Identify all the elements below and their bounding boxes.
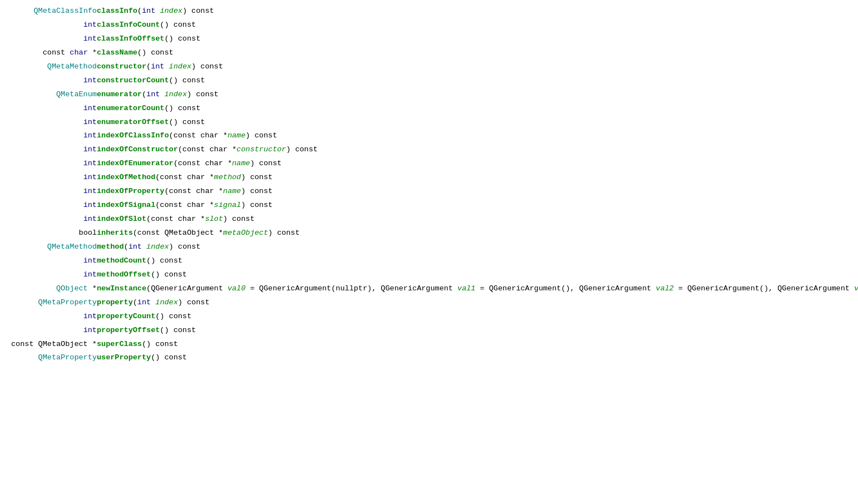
return-type: int: [11, 102, 97, 116]
table-row: intindexOfSignal(const char *signal) con…: [11, 199, 848, 213]
return-type: QMetaClassInfo: [11, 4, 97, 18]
table-row: const QMetaObject *superClass() const: [11, 338, 848, 352]
api-reference-table: QMetaClassInfoclassInfo(int index) const…: [11, 4, 848, 365]
method-signature: indexOfConstructor(const char *construct…: [97, 143, 848, 157]
method-signature: methodOffset() const: [97, 268, 848, 282]
return-type: QMetaProperty: [11, 351, 97, 365]
return-type: QMetaProperty: [11, 296, 97, 310]
table-row: intclassInfoCount() const: [11, 18, 848, 32]
return-type: int: [11, 143, 97, 157]
return-type: bool: [11, 226, 97, 240]
return-type: int: [11, 268, 97, 282]
method-signature: methodCount() const: [97, 254, 848, 268]
method-signature: indexOfSignal(const char *signal) const: [97, 199, 848, 213]
return-type: QObject *: [11, 282, 97, 296]
method-signature: property(int index) const: [97, 296, 848, 310]
table-row: intmethodOffset() const: [11, 268, 848, 282]
method-signature: enumeratorOffset() const: [97, 116, 848, 130]
method-signature: enumerator(int index) const: [97, 88, 848, 102]
return-type: int: [11, 32, 97, 46]
table-row: intpropertyOffset() const: [11, 324, 848, 338]
method-signature: className() const: [97, 46, 848, 60]
return-type: QMetaMethod: [11, 60, 97, 74]
table-row: intenumeratorOffset() const: [11, 116, 848, 130]
method-signature: constructorCount() const: [97, 74, 848, 88]
method-signature: newInstance(QGenericArgument val0 = QGen…: [97, 282, 848, 296]
return-type: int: [11, 157, 97, 171]
return-type: QMetaEnum: [11, 88, 97, 102]
table-row: intindexOfConstructor(const char *constr…: [11, 143, 848, 157]
method-signature: userProperty() const: [97, 351, 848, 365]
method-signature: propertyOffset() const: [97, 324, 848, 338]
method-signature: constructor(int index) const: [97, 60, 848, 74]
table-row: intindexOfEnumerator(const char *name) c…: [11, 157, 848, 171]
return-type: int: [11, 129, 97, 143]
method-signature: indexOfSlot(const char *slot) const: [97, 213, 848, 226]
method-signature: classInfoCount() const: [97, 18, 848, 32]
return-type: int: [11, 74, 97, 88]
table-row: boolinherits(const QMetaObject *metaObje…: [11, 226, 848, 240]
return-type: int: [11, 185, 97, 199]
return-type: int: [11, 171, 97, 185]
method-signature: enumeratorCount() const: [97, 102, 848, 116]
method-signature: propertyCount() const: [97, 310, 848, 324]
return-type: int: [11, 254, 97, 268]
table-row: intindexOfProperty(const char *name) con…: [11, 185, 848, 199]
table-row: intindexOfClassInfo(const char *name) co…: [11, 129, 848, 143]
method-signature: inherits(const QMetaObject *metaObject) …: [97, 226, 848, 240]
method-signature: superClass() const: [97, 338, 848, 352]
method-signature: classInfoOffset() const: [97, 32, 848, 46]
return-type: int: [11, 310, 97, 324]
table-row: intindexOfSlot(const char *slot) const: [11, 213, 848, 226]
method-signature: indexOfProperty(const char *name) const: [97, 185, 848, 199]
table-row: QMetaMethodmethod(int index) const: [11, 240, 848, 254]
table-row: QMetaMethodconstructor(int index) const: [11, 60, 848, 74]
return-type: QMetaMethod: [11, 240, 97, 254]
table-row: QObject *newInstance(QGenericArgument va…: [11, 282, 848, 296]
table-row: QMetaClassInfoclassInfo(int index) const: [11, 4, 848, 18]
return-type: const char *: [11, 46, 97, 60]
return-type: int: [11, 199, 97, 213]
table-row: const char *className() const: [11, 46, 848, 60]
table-row: intmethodCount() const: [11, 254, 848, 268]
table-row: intclassInfoOffset() const: [11, 32, 848, 46]
table-row: QMetaEnumenumerator(int index) const: [11, 88, 848, 102]
method-signature: method(int index) const: [97, 240, 848, 254]
method-signature: classInfo(int index) const: [97, 4, 848, 18]
method-signature: indexOfEnumerator(const char *name) cons…: [97, 157, 848, 171]
method-signature: indexOfClassInfo(const char *name) const: [97, 129, 848, 143]
return-type: int: [11, 18, 97, 32]
return-type: int: [11, 324, 97, 338]
method-signature: indexOfMethod(const char *method) const: [97, 171, 848, 185]
return-type: int: [11, 213, 97, 226]
table-row: QMetaPropertyproperty(int index) const: [11, 296, 848, 310]
table-row: intindexOfMethod(const char *method) con…: [11, 171, 848, 185]
return-type: const QMetaObject *: [11, 338, 97, 352]
table-row: QMetaPropertyuserProperty() const: [11, 351, 848, 365]
table-row: intconstructorCount() const: [11, 74, 848, 88]
return-type: int: [11, 116, 97, 130]
table-row: intpropertyCount() const: [11, 310, 848, 324]
table-row: intenumeratorCount() const: [11, 102, 848, 116]
